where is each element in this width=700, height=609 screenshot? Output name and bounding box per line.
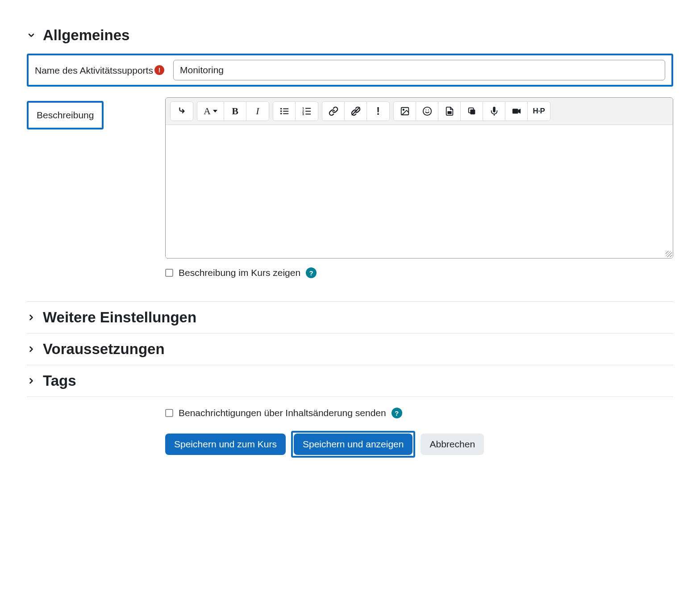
file-icon (445, 106, 454, 116)
notify-row: Benachrichtigungen über Inhaltsänderung … (27, 397, 673, 458)
image-icon (400, 106, 410, 116)
show-description-row: Beschreibung im Kurs zeigen ? (165, 267, 673, 278)
caret-down-icon (213, 110, 217, 113)
description-label: Beschreibung (37, 110, 94, 120)
italic-icon: I (256, 105, 259, 117)
section-tags: Tags (27, 365, 673, 397)
svg-rect-22 (512, 109, 518, 114)
section-general-header[interactable]: Allgemeines (27, 21, 673, 49)
toolbar-group-list: 123 (273, 101, 318, 121)
text-a-icon: A (204, 105, 211, 117)
help-icon[interactable]: ? (306, 267, 317, 278)
required-icon: ! (154, 65, 164, 75)
chevron-right-icon (27, 313, 36, 322)
section-tags-title: Tags (43, 372, 76, 389)
svg-point-14 (403, 109, 404, 110)
expand-toolbar-button[interactable] (171, 102, 193, 121)
editor: A B I (165, 97, 673, 259)
name-label-col: Name des Aktivitätssupports ! (35, 60, 164, 78)
save-return-button[interactable]: Speichern und zum Kurs (165, 434, 286, 455)
notify-field-col: Benachrichtigungen über Inhaltsänderung … (165, 408, 673, 458)
toolbar-group-media: H·P (393, 101, 550, 121)
svg-point-4 (280, 113, 282, 115)
section-further-title: Weitere Einstellungen (43, 309, 196, 326)
svg-text:3: 3 (302, 112, 304, 116)
toolbar-group-link: ! (322, 101, 390, 121)
h5p-icon: H·P (533, 107, 545, 116)
list-ol-icon: 123 (302, 106, 312, 116)
button-row: Speichern und zum Kurs Speichern und anz… (165, 431, 673, 458)
name-field-col (173, 60, 665, 80)
section-general: Allgemeines Name des Aktivitätssupports … (27, 18, 673, 302)
chevron-right-icon (27, 345, 36, 354)
h5p-button[interactable]: H·P (528, 102, 550, 121)
section-general-title: Allgemeines (43, 27, 129, 44)
svg-marker-23 (518, 109, 521, 114)
svg-rect-7 (305, 108, 311, 109)
svg-rect-19 (470, 109, 475, 114)
video-button[interactable] (505, 102, 528, 121)
svg-point-0 (280, 108, 282, 110)
copy-button[interactable] (461, 102, 483, 121)
arrow-down-right-icon (177, 106, 187, 116)
image-button[interactable] (394, 102, 416, 121)
description-label-box: Beschreibung (27, 101, 104, 129)
unlink-icon (351, 106, 361, 116)
notify-checkbox-row: Benachrichtigungen über Inhaltsänderung … (165, 408, 673, 418)
name-label: Name des Aktivitätssupports (35, 63, 153, 78)
ordered-list-button[interactable]: 123 (296, 102, 318, 121)
svg-rect-18 (448, 112, 451, 114)
svg-rect-11 (305, 114, 311, 115)
copy-icon (467, 106, 477, 116)
chevron-right-icon (27, 376, 36, 385)
toolbar-group-expand (170, 101, 193, 121)
description-label-col: Beschreibung (27, 97, 156, 129)
toolbar-group-text: A B I (197, 101, 269, 121)
section-further-header[interactable]: Weitere Einstellungen (27, 302, 673, 333)
editor-resize-handle[interactable] (166, 250, 673, 258)
show-description-label: Beschreibung im Kurs zeigen (179, 267, 300, 278)
link-button[interactable] (322, 102, 345, 121)
bold-button[interactable]: B (224, 102, 246, 121)
file-button[interactable] (438, 102, 461, 121)
svg-rect-1 (283, 108, 288, 109)
list-ul-icon (279, 106, 289, 116)
section-tags-header[interactable]: Tags (27, 365, 673, 396)
notify-label: Benachrichtigungen über Inhaltsänderung … (179, 408, 386, 418)
help-icon[interactable]: ? (392, 408, 402, 418)
cancel-button[interactable]: Abbrechen (421, 434, 484, 455)
link-icon (329, 106, 338, 116)
section-prerequisites-header[interactable]: Voraussetzungen (27, 334, 673, 365)
save-display-button[interactable]: Speichern und anzeigen (294, 434, 413, 455)
unlink-button[interactable] (345, 102, 367, 121)
notify-label-col (27, 408, 156, 411)
emoji-button[interactable] (416, 102, 438, 121)
microphone-button[interactable] (483, 102, 505, 121)
svg-rect-3 (283, 111, 288, 112)
description-field-col: A B I (165, 97, 673, 278)
exclamation-icon: ! (376, 105, 380, 117)
mic-icon (489, 106, 499, 116)
save-display-highlight: Speichern und anzeigen (291, 431, 416, 458)
svg-rect-9 (305, 111, 311, 112)
name-input[interactable] (173, 60, 665, 80)
unordered-list-button[interactable] (273, 102, 296, 121)
svg-point-15 (423, 107, 431, 115)
description-row: Beschreibung A (27, 97, 673, 278)
section-prerequisites: Voraussetzungen (27, 334, 673, 365)
section-general-body: Name des Aktivitätssupports ! Beschreibu… (27, 49, 673, 298)
svg-rect-5 (283, 113, 288, 114)
text-style-button[interactable]: A (197, 102, 224, 121)
show-description-checkbox[interactable] (165, 269, 173, 277)
warning-button[interactable]: ! (367, 102, 389, 121)
notify-checkbox[interactable] (165, 409, 173, 417)
video-icon (512, 106, 521, 116)
section-prerequisites-title: Voraussetzungen (43, 341, 165, 358)
description-editor-content[interactable] (166, 125, 673, 250)
chevron-down-icon (27, 31, 36, 40)
bold-icon: B (232, 105, 238, 117)
name-row: Name des Aktivitätssupports ! (27, 54, 673, 87)
emoji-icon (422, 106, 432, 116)
italic-button[interactable]: I (246, 102, 269, 121)
section-further: Weitere Einstellungen (27, 302, 673, 334)
